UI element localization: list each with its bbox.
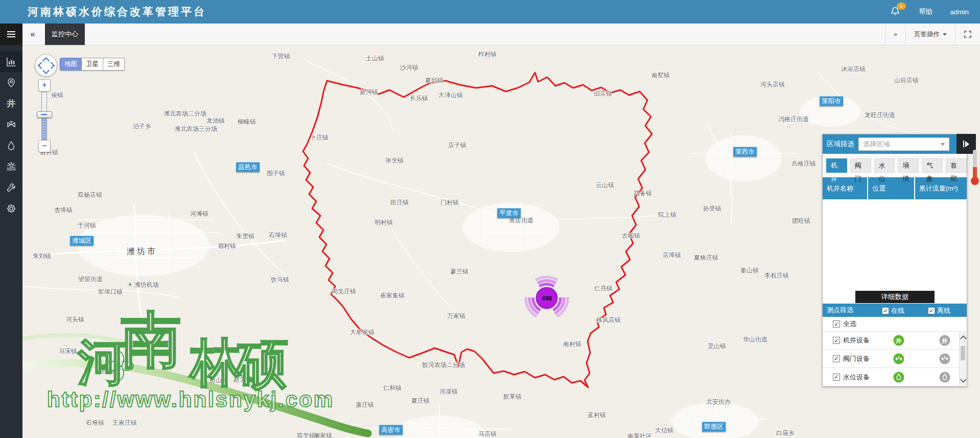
device-filter-row[interactable]: ✓机井设备井井 (823, 332, 967, 350)
scroll-down-icon[interactable] (960, 376, 967, 383)
zoom-in-button[interactable]: + (38, 79, 51, 91)
svg-text:井: 井 (895, 338, 902, 344)
region-select[interactable]: 选择区域 (858, 137, 949, 151)
region-boundary (303, 73, 652, 387)
table-column-header: 位置 (868, 177, 915, 199)
map-town-label: 沙河镇 (400, 63, 418, 72)
map-town-label: 胶莱镇 (503, 393, 522, 401)
map-town-label: 万家镇 (447, 312, 465, 320)
app-header: 河南林硕水价综合改革管理平台 0 帮助 admin (0, 0, 980, 24)
user-menu[interactable]: admin (950, 8, 969, 16)
map-town-label: 北安街办 (706, 398, 731, 406)
detail-data-button[interactable]: 详细数据 (855, 291, 935, 303)
map-district-label: 潍城区 (70, 236, 94, 246)
maptype-button[interactable]: 地图 (60, 58, 82, 71)
device-filter-row[interactable]: ✓全选 (823, 317, 967, 332)
scroll-tabs-left-button[interactable]: « (22, 24, 43, 45)
map-town-label: 崔家集镇 (380, 291, 405, 300)
map-town-label: 南村镇 (563, 340, 581, 349)
online-filter-checkbox[interactable]: ✓ 在线 (882, 306, 904, 315)
map-town-label: 蓝村镇 (588, 411, 606, 420)
pan-up-icon[interactable] (42, 57, 50, 64)
map-town-label: 围子镇 (267, 169, 285, 178)
checkbox-icon[interactable]: ✓ (882, 307, 889, 314)
map-town-label: 龙旺庄街道 (865, 111, 895, 120)
region-filter-bar: 区域筛选 选择区域 (823, 134, 967, 154)
maptype-button[interactable]: 卫星 (82, 58, 103, 71)
map-town-label: 蓼兰镇 (450, 267, 469, 276)
svg-text:井: 井 (941, 338, 948, 344)
map-pan-control[interactable] (35, 54, 57, 77)
sidebar-item-soil-moisture-icon[interactable] (0, 156, 22, 177)
collapse-icon (965, 141, 969, 147)
checkbox-icon[interactable]: ✓ (833, 337, 840, 344)
scroll-tabs-right-button[interactable]: » (885, 24, 905, 45)
checkbox-icon[interactable]: ✓ (833, 355, 840, 362)
device-tab[interactable]: 气象 (922, 158, 943, 173)
map-town-label: 李权庄镇 (764, 271, 789, 280)
device-tab[interactable]: 阀门 (850, 158, 871, 173)
map-town-label: 土山镇 (366, 54, 384, 63)
table-body[interactable] (823, 199, 967, 304)
page-scrollbar[interactable] (973, 150, 977, 180)
map-town-label: 胶河农场二分场 (422, 361, 465, 370)
map-town-label: 仁兆镇 (594, 284, 613, 293)
map-town-label: 古岘镇 (622, 232, 640, 240)
device-tab[interactable]: 机井 (826, 158, 847, 173)
valve-online-icon (893, 353, 904, 364)
map-town-label: 长乐镇 (410, 94, 428, 103)
map-town-label: 河头镇 (66, 315, 84, 324)
device-tab[interactable]: 墒情 (898, 158, 919, 173)
checkbox-icon[interactable]: ✓ (833, 374, 840, 381)
maptype-button[interactable]: 三维 (103, 58, 125, 71)
checkbox-icon[interactable]: ✓ (833, 320, 840, 328)
menu-toggle-button[interactable] (0, 24, 22, 45)
cluster-marker[interactable]: 498 (523, 277, 571, 318)
help-link[interactable]: 帮助 (919, 7, 932, 16)
map-town-label: 山前店镇 (894, 76, 919, 85)
device-filter-row[interactable]: ✓水位设备 (823, 368, 967, 386)
sidebar-item-gear-icon[interactable] (0, 198, 22, 219)
zoom-slider-thumb[interactable] (37, 111, 52, 118)
sidebar-item-location-pin-icon[interactable] (0, 72, 22, 93)
map-town-label: 仁和镇 (383, 384, 402, 393)
offline-filter-checkbox[interactable]: ✓ 离线 (928, 306, 950, 315)
device-tab[interactable]: 首部 (946, 158, 967, 173)
sidebar-item-well-icon[interactable]: 井 (0, 93, 22, 114)
map-town-label: 阚家镇 (314, 431, 332, 438)
pan-down-icon[interactable] (42, 67, 50, 74)
map-town-label: 姜山镇 (740, 266, 759, 275)
zoom-out-button[interactable]: − (38, 140, 51, 152)
sidebar-item-water-drop-icon[interactable] (0, 135, 22, 156)
scroll-thumb[interactable] (961, 346, 965, 360)
scrollbar-handle[interactable] (971, 177, 979, 185)
map-town-label: 团旺镇 (792, 217, 810, 225)
map-district-label: 高密市 (379, 425, 403, 435)
scroll-up-icon[interactable] (960, 335, 967, 342)
map-district-label: 莱阳市 (820, 97, 843, 106)
pan-right-icon[interactable] (48, 62, 55, 69)
left-sidebar: 井 (0, 45, 22, 438)
fullscreen-button[interactable] (955, 24, 980, 45)
collapse-icon (963, 141, 964, 147)
map-town-label: 夏邱镇 (425, 76, 444, 85)
chevron-down-icon (943, 33, 947, 36)
checkbox-icon[interactable]: ✓ (928, 307, 935, 314)
sidebar-item-chart-icon[interactable] (0, 51, 22, 72)
map-town-label: 龙池镇 (206, 117, 225, 125)
device-tab[interactable]: 水位 (874, 158, 895, 173)
watermark-url: http://www.hnlsnykj.com (47, 387, 334, 411)
pan-left-icon[interactable] (38, 62, 45, 69)
map-town-label: 新河镇 (360, 88, 378, 97)
notification-bell-icon[interactable]: 0 (890, 6, 901, 17)
water-offline-icon (939, 372, 950, 383)
map-town-label: 白庙乡 (776, 429, 795, 437)
tab-operations-dropdown[interactable]: 页签操作 (905, 24, 955, 45)
tab-monitor-center[interactable]: 监控中心 (45, 24, 85, 45)
sidebar-item-wrench-icon[interactable] (0, 177, 22, 198)
device-filter-row[interactable]: ✓阀门设备 (823, 350, 967, 368)
sidebar-item-valve-icon[interactable] (0, 114, 22, 135)
list-scrollbar[interactable] (959, 332, 967, 386)
device-filter-label: 机井设备 (843, 336, 870, 345)
watermark-text: 河 南 林 硕 http://www.hnlsnykj.com (47, 306, 334, 411)
